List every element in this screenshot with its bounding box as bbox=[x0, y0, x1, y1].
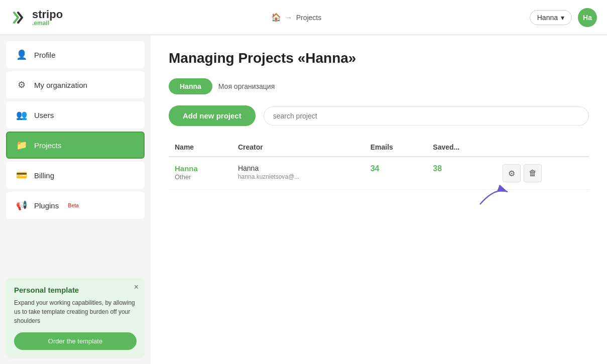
avatar[interactable]: Ha bbox=[578, 8, 597, 27]
header: stripo .email 🏠 → Projects Hanna ▾ Ha bbox=[0, 0, 607, 35]
col-name: Name bbox=[169, 138, 232, 157]
tab-row: Hanna Моя организация bbox=[169, 78, 589, 94]
personal-template-card: × Personal template Expand your working … bbox=[6, 278, 145, 358]
breadcrumb-arrow: → bbox=[285, 14, 292, 22]
breadcrumb-current: Projects bbox=[296, 14, 322, 22]
personal-template-description: Expand your working capabilities, by all… bbox=[14, 298, 137, 325]
user-dropdown-name: Hanna bbox=[537, 14, 558, 22]
creator-cell: Hanna hanna.kuznietsova@... bbox=[232, 157, 365, 190]
col-creator: Creator bbox=[232, 138, 365, 157]
sidebar-item-label: Projects bbox=[34, 141, 61, 150]
folder-icon: 📁 bbox=[16, 140, 27, 151]
sidebar-item-label: Profile bbox=[34, 51, 56, 59]
sidebar-item-label: Users bbox=[34, 111, 54, 119]
profile-icon: 👤 bbox=[16, 49, 27, 60]
logo-stripo-label: stripo bbox=[32, 9, 63, 20]
sidebar-item-label: Plugins bbox=[34, 201, 59, 210]
beta-badge: Beta bbox=[68, 203, 79, 208]
emails-count: 34 bbox=[371, 164, 380, 173]
tab-my-org[interactable]: Моя организация bbox=[218, 82, 275, 90]
creator-email: hanna.kuznietsova@... bbox=[238, 173, 299, 180]
logo: stripo .email bbox=[10, 9, 63, 27]
col-actions bbox=[497, 138, 589, 157]
sidebar: 👤 Profile ⚙ My organization 👥 Users 📁 Pr… bbox=[0, 35, 151, 364]
home-icon[interactable]: 🏠 bbox=[271, 13, 281, 22]
projects-table: Name Creator Emails Saved... Hanna Other… bbox=[169, 138, 589, 190]
logo-icon bbox=[10, 9, 28, 27]
actions-cell: ⚙ 🗑 bbox=[497, 157, 589, 190]
billing-icon: 💳 bbox=[16, 170, 27, 181]
breadcrumb: 🏠 → Projects bbox=[271, 13, 322, 22]
emails-cell: 34 bbox=[365, 157, 427, 190]
header-right: Hanna ▾ Ha bbox=[530, 8, 597, 27]
sidebar-item-users[interactable]: 👥 Users bbox=[6, 101, 145, 129]
delete-button[interactable]: 🗑 bbox=[524, 164, 542, 182]
sidebar-item-billing[interactable]: 💳 Billing bbox=[6, 162, 145, 189]
logo-text: stripo .email bbox=[32, 9, 63, 26]
sidebar-item-label: My organization bbox=[34, 81, 87, 89]
search-input[interactable] bbox=[264, 106, 589, 126]
col-saved: Saved... bbox=[427, 138, 497, 157]
actions-container: ⚙ 🗑 bbox=[503, 164, 583, 182]
sidebar-item-my-organization[interactable]: ⚙ My organization bbox=[6, 71, 145, 98]
gear-icon: ⚙ bbox=[16, 79, 27, 90]
sidebar-item-plugins[interactable]: 📢 Plugins Beta bbox=[6, 192, 145, 219]
main-content: Managing Projects «Hanna» Hanna Моя орга… bbox=[151, 35, 607, 364]
layout: 👤 Profile ⚙ My organization 👥 Users 📁 Pr… bbox=[0, 35, 607, 364]
project-type: Other bbox=[175, 173, 191, 181]
personal-template-title: Personal template bbox=[14, 286, 137, 294]
close-icon[interactable]: × bbox=[134, 283, 139, 292]
order-template-button[interactable]: Order the template bbox=[14, 332, 137, 350]
saved-count: 38 bbox=[433, 164, 442, 173]
saved-cell: 38 bbox=[427, 157, 497, 190]
plugins-icon: 📢 bbox=[16, 200, 27, 211]
logo-email-label: .email bbox=[32, 20, 63, 26]
page-title: Managing Projects «Hanna» bbox=[169, 50, 589, 66]
sidebar-item-projects[interactable]: 📁 Projects bbox=[6, 132, 145, 159]
project-name-cell: Hanna Other bbox=[169, 157, 232, 190]
chevron-down-icon: ▾ bbox=[561, 14, 564, 22]
sidebar-item-profile[interactable]: 👤 Profile bbox=[6, 41, 145, 68]
add-project-button[interactable]: Add new project bbox=[169, 105, 256, 126]
creator-name: Hanna bbox=[238, 164, 358, 172]
settings-button[interactable]: ⚙ bbox=[503, 164, 521, 182]
tab-hanna[interactable]: Hanna bbox=[169, 78, 212, 94]
col-emails: Emails bbox=[365, 138, 427, 157]
sidebar-item-label: Billing bbox=[34, 171, 54, 180]
users-icon: 👥 bbox=[16, 109, 27, 120]
project-name-link[interactable]: Hanna bbox=[175, 164, 226, 173]
user-dropdown[interactable]: Hanna ▾ bbox=[530, 10, 572, 25]
table-row: Hanna Other Hanna hanna.kuznietsova@... … bbox=[169, 157, 589, 190]
toolbar-row: Add new project bbox=[169, 105, 589, 126]
